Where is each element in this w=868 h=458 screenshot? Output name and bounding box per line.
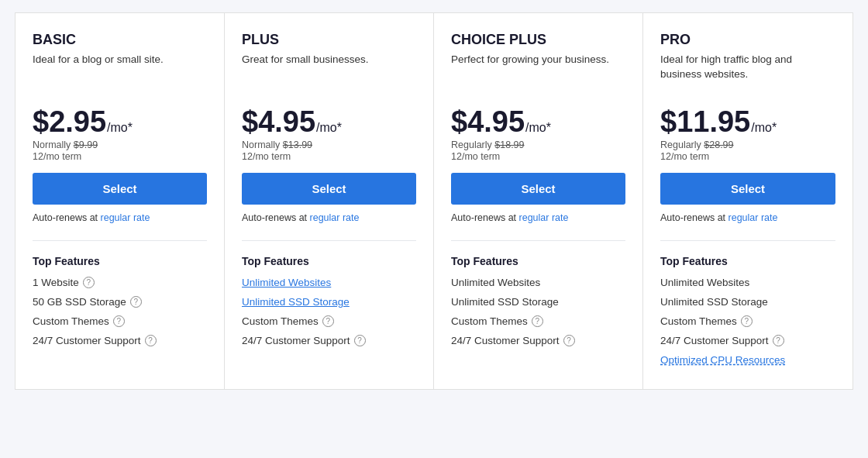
help-icon-choice-plus-2[interactable]: ? xyxy=(532,315,543,327)
plan-name-plus: PLUS xyxy=(242,32,416,48)
help-icon-basic-0[interactable]: ? xyxy=(83,277,95,288)
feature-item-plus-1[interactable]: Unlimited SSD Storage xyxy=(242,296,416,308)
price-term-basic: 12/mo term xyxy=(33,151,207,162)
feature-text-pro-0: Unlimited Websites xyxy=(660,277,749,288)
plan-name-pro: PRO xyxy=(660,32,835,48)
feature-item-choice-plus-1: Unlimited SSD Storage xyxy=(451,296,625,308)
feature-item-plus-2: Custom Themes? xyxy=(242,315,416,327)
feature-text-choice-plus-2: Custom Themes xyxy=(451,315,528,327)
plan-desc-choice-plus: Perfect for growing your business. xyxy=(451,53,625,93)
auto-renew-basic: Auto-renews at regular rate xyxy=(33,212,207,223)
price-period-pro: /mo* xyxy=(751,121,777,135)
price-row-pro: $11.95/mo* xyxy=(660,107,835,136)
feature-item-choice-plus-2: Custom Themes? xyxy=(451,315,625,327)
help-icon-choice-plus-3[interactable]: ? xyxy=(563,335,575,346)
help-icon-pro-2[interactable]: ? xyxy=(741,315,753,327)
feature-text-plus-3: 24/7 Customer Support xyxy=(242,335,350,346)
feature-text-basic-0: 1 Website xyxy=(33,277,79,288)
help-icon-plus-3[interactable]: ? xyxy=(354,335,366,346)
feature-item-choice-plus-3: 24/7 Customer Support? xyxy=(451,335,625,346)
price-period-choice-plus: /mo* xyxy=(525,121,551,135)
plan-card-pro: PROIdeal for high traffic blog and busin… xyxy=(643,13,852,389)
plan-name-choice-plus: CHOICE PLUS xyxy=(451,32,625,48)
help-icon-basic-1[interactable]: ? xyxy=(130,296,142,308)
top-features-label-pro: Top Features xyxy=(660,255,835,267)
select-button-plus[interactable]: Select xyxy=(242,173,416,205)
help-icon-pro-3[interactable]: ? xyxy=(773,335,784,346)
feature-item-choice-plus-0: Unlimited Websites xyxy=(451,277,625,288)
regular-rate-link-pro[interactable]: regular rate xyxy=(728,212,778,223)
plan-desc-plus: Great for small businesses. xyxy=(242,53,416,93)
select-button-pro[interactable]: Select xyxy=(660,173,835,205)
price-amount-basic: $2.95 xyxy=(33,107,106,136)
help-icon-plus-2[interactable]: ? xyxy=(322,315,334,327)
price-row-plus: $4.95/mo* xyxy=(242,107,416,136)
feature-text-plus-0: Unlimited Websites xyxy=(242,277,331,288)
price-normal-basic: Normally $9.99 xyxy=(33,139,207,150)
select-button-choice-plus[interactable]: Select xyxy=(451,173,625,205)
feature-item-plus-3: 24/7 Customer Support? xyxy=(242,335,416,346)
feature-text-pro-4: Optimized CPU Resources xyxy=(660,354,785,366)
price-row-choice-plus: $4.95/mo* xyxy=(451,107,625,136)
feature-text-basic-1: 50 GB SSD Storage xyxy=(33,296,126,308)
feature-text-pro-2: Custom Themes xyxy=(660,315,737,327)
divider-choice-plus xyxy=(451,240,625,241)
divider-basic xyxy=(33,240,207,241)
regular-rate-link-plus[interactable]: regular rate xyxy=(310,212,360,223)
plan-card-basic: BASICIdeal for a blog or small site.$2.9… xyxy=(16,13,225,389)
regular-rate-link-basic[interactable]: regular rate xyxy=(101,212,150,223)
price-normal-pro: Regularly $28.99 xyxy=(660,139,835,150)
feature-text-choice-plus-0: Unlimited Websites xyxy=(451,277,540,288)
feature-text-basic-3: 24/7 Customer Support xyxy=(33,335,141,346)
feature-text-choice-plus-1: Unlimited SSD Storage xyxy=(451,296,559,308)
plan-desc-pro: Ideal for high traffic blog and business… xyxy=(660,53,835,93)
feature-item-basic-3: 24/7 Customer Support? xyxy=(33,335,207,346)
feature-item-pro-3: 24/7 Customer Support? xyxy=(660,335,835,346)
auto-renew-pro: Auto-renews at regular rate xyxy=(660,212,835,223)
select-button-basic[interactable]: Select xyxy=(33,173,207,205)
plan-desc-basic: Ideal for a blog or small site. xyxy=(33,53,207,93)
feature-item-pro-0: Unlimited Websites xyxy=(660,277,835,288)
price-period-basic: /mo* xyxy=(107,121,133,135)
price-term-plus: 12/mo term xyxy=(242,151,416,162)
price-period-plus: /mo* xyxy=(316,121,342,135)
top-features-label-plus: Top Features xyxy=(242,255,416,267)
price-row-basic: $2.95/mo* xyxy=(33,107,207,136)
divider-pro xyxy=(660,240,835,241)
feature-text-pro-3: 24/7 Customer Support xyxy=(660,335,769,346)
feature-item-plus-0[interactable]: Unlimited Websites xyxy=(242,277,416,288)
top-features-label-basic: Top Features xyxy=(33,255,207,267)
plan-name-basic: BASIC xyxy=(33,32,207,48)
feature-item-basic-1: 50 GB SSD Storage? xyxy=(33,296,207,308)
feature-text-plus-1: Unlimited SSD Storage xyxy=(242,296,350,308)
plan-card-plus: PLUSGreat for small businesses.$4.95/mo*… xyxy=(225,13,434,389)
pricing-grid: BASICIdeal for a blog or small site.$2.9… xyxy=(15,12,853,390)
price-term-pro: 12/mo term xyxy=(660,151,835,162)
price-amount-plus: $4.95 xyxy=(242,107,315,136)
regular-rate-link-choice-plus[interactable]: regular rate xyxy=(519,212,569,223)
price-amount-choice-plus: $4.95 xyxy=(451,107,525,136)
auto-renew-plus: Auto-renews at regular rate xyxy=(242,212,416,223)
price-term-choice-plus: 12/mo term xyxy=(451,151,625,162)
divider-plus xyxy=(242,240,416,241)
price-amount-pro: $11.95 xyxy=(660,107,750,136)
price-normal-choice-plus: Regularly $18.99 xyxy=(451,139,625,150)
help-icon-basic-2[interactable]: ? xyxy=(113,315,125,327)
feature-item-basic-0: 1 Website? xyxy=(33,277,207,288)
feature-item-pro-2: Custom Themes? xyxy=(660,315,835,327)
feature-item-pro-4[interactable]: Optimized CPU Resources xyxy=(660,354,835,366)
feature-text-plus-2: Custom Themes xyxy=(242,315,319,327)
feature-text-pro-1: Unlimited SSD Storage xyxy=(660,296,768,308)
feature-text-choice-plus-3: 24/7 Customer Support xyxy=(451,335,560,346)
feature-item-basic-2: Custom Themes? xyxy=(33,315,207,327)
plan-card-choice-plus: CHOICE PLUSPerfect for growing your busi… xyxy=(434,13,643,389)
help-icon-basic-3[interactable]: ? xyxy=(145,335,157,346)
top-features-label-choice-plus: Top Features xyxy=(451,255,625,267)
price-normal-plus: Normally $13.99 xyxy=(242,139,416,150)
feature-item-pro-1: Unlimited SSD Storage xyxy=(660,296,835,308)
feature-text-basic-2: Custom Themes xyxy=(33,315,109,327)
auto-renew-choice-plus: Auto-renews at regular rate xyxy=(451,212,625,223)
